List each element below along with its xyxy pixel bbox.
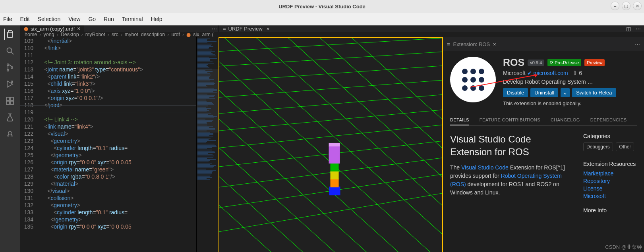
install-count: 6	[579, 70, 582, 76]
svg-point-40	[470, 69, 476, 74]
tab-preview-close-icon[interactable]: ×	[267, 26, 270, 32]
categories-heading: Categories	[583, 133, 637, 139]
uninstall-dropdown[interactable]: ⌄	[561, 88, 570, 97]
link-microsoft[interactable]: Microsoft	[583, 193, 637, 199]
tab-more-icon[interactable]: ⋯	[212, 26, 217, 32]
prerelease-badge[interactable]: ⟳ Pre-Release	[547, 59, 581, 66]
svg-point-47	[479, 85, 484, 91]
nav-features[interactable]: FEATURE CONTRIBUTIONS	[480, 115, 540, 125]
tab-editor-file[interactable]: ⬤ six_arm (copy).urdf ×	[20, 25, 84, 32]
menu-file[interactable]: File	[3, 16, 12, 22]
preview-badge: Preview	[584, 59, 605, 66]
ext-tab-label[interactable]: Extension: ROS	[453, 41, 490, 47]
crumb-desktop[interactable]: Desktop	[61, 32, 79, 37]
testing-icon[interactable]	[4, 112, 15, 123]
tab-close-icon[interactable]: ×	[77, 25, 80, 32]
split-editor-icon[interactable]: ◫	[626, 26, 631, 32]
svg-line-29	[219, 38, 363, 252]
svg-rect-7	[10, 101, 14, 104]
details-heading: Visual Studio Code Extension for ROS	[450, 133, 574, 159]
menu-edit[interactable]: Edit	[20, 16, 30, 22]
code-content[interactable]: </inertial> </link> <!-- Joint 3: rotati…	[38, 37, 196, 252]
crumb-myrobot[interactable]: myRobot	[85, 32, 105, 37]
extension-logo	[450, 57, 496, 102]
svg-rect-34	[330, 179, 338, 187]
svg-rect-37	[329, 146, 340, 164]
uninstall-button[interactable]: Uninstall	[530, 88, 558, 97]
crumb-pkg[interactable]: mybot_description	[125, 32, 165, 37]
link-repository[interactable]: Repository	[583, 178, 637, 184]
svg-point-39	[462, 69, 468, 74]
extension-tabbar: ≡ Extension: ROS × ⋯	[443, 37, 644, 51]
svg-line-26	[299, 38, 442, 252]
svg-point-9	[8, 131, 11, 134]
menu-terminal[interactable]: Terminal	[122, 16, 143, 22]
svg-rect-33	[329, 187, 340, 195]
publisher-name: Microsoft	[503, 70, 526, 76]
svg-point-46	[470, 85, 476, 91]
menu-view[interactable]: View	[68, 16, 80, 22]
ext-tab-icon: ≡	[447, 41, 450, 47]
vscode-link[interactable]: Visual Studio Code	[461, 164, 509, 171]
preview-list-icon: ≡	[223, 26, 226, 32]
crumb-src[interactable]: src	[112, 32, 118, 37]
category-debuggers[interactable]: Debuggers	[583, 142, 613, 151]
code-editor[interactable]: 109 110 111 112 113 114 115 116 117 118 …	[20, 37, 219, 252]
svg-line-32	[331, 38, 443, 252]
nav-details[interactable]: DETAILS	[450, 115, 469, 125]
ros-icon[interactable]	[4, 129, 15, 140]
menu-help[interactable]: Help	[151, 16, 162, 22]
publisher-link[interactable]: microsoft.com	[534, 70, 568, 76]
menu-selection[interactable]: Selection	[38, 16, 61, 22]
preview-more-icon[interactable]: ⋯	[636, 26, 641, 32]
svg-line-20	[219, 38, 442, 56]
svg-point-45	[462, 85, 468, 91]
version-badge: v0.9.4	[528, 60, 544, 66]
run-debug-icon[interactable]	[4, 79, 15, 90]
svg-point-41	[479, 69, 484, 74]
svg-rect-35	[330, 171, 338, 179]
maximize-icon[interactable]: ▢	[622, 2, 630, 10]
svg-point-0	[7, 48, 12, 53]
source-control-icon[interactable]	[4, 62, 15, 73]
svg-point-4	[11, 81, 13, 83]
svg-rect-8	[10, 97, 14, 100]
category-other[interactable]: Other	[616, 142, 634, 151]
enabled-note: This extension is enabled globally.	[503, 100, 637, 106]
extensions-icon[interactable]	[4, 95, 15, 106]
svg-line-25	[267, 38, 442, 252]
menu-go[interactable]: Go	[88, 16, 96, 22]
minimap[interactable]	[196, 37, 219, 252]
file-icon: ⬤	[186, 33, 191, 37]
svg-rect-38	[329, 143, 340, 146]
svg-line-27	[219, 38, 426, 252]
file-icon: ⬤	[24, 27, 28, 31]
crumb-file[interactable]: six_arm (	[193, 32, 213, 37]
switch-release-button[interactable]: Switch to Relea	[572, 88, 616, 97]
nav-dependencies[interactable]: DEPENDENCIES	[590, 115, 627, 125]
close-icon[interactable]: ✕	[633, 2, 642, 10]
crumb-home[interactable]: home	[25, 32, 37, 37]
ext-more-icon[interactable]: ⋯	[635, 41, 640, 47]
disable-button[interactable]: Disable	[503, 88, 528, 97]
breadcrumb[interactable]: home› yong› Desktop› myRobot› src› mybot…	[20, 32, 644, 37]
crumb-yong[interactable]: yong	[43, 32, 54, 37]
nav-changelog[interactable]: CHANGELOG	[551, 115, 580, 125]
svg-line-21	[219, 38, 442, 42]
details-paragraph: The Visual Studio Code Extension for ROS…	[450, 164, 574, 197]
install-count-icon: ⇩	[572, 70, 577, 76]
line-gutter: 109 110 111 112 113 114 115 116 117 118 …	[20, 37, 38, 252]
link-license[interactable]: License	[583, 185, 637, 192]
menubar: File Edit Selection View Go Run Terminal…	[0, 13, 644, 25]
svg-point-44	[479, 77, 484, 83]
crumb-urdf[interactable]: urdf	[171, 32, 180, 37]
explorer-icon[interactable]	[4, 29, 15, 40]
ext-tab-close-icon[interactable]: ×	[493, 41, 496, 47]
menu-run[interactable]: Run	[104, 16, 114, 22]
link-marketplace[interactable]: Marketplace	[583, 170, 637, 177]
search-icon[interactable]	[4, 45, 15, 56]
tab-label: six_arm (copy).urdf	[31, 26, 75, 32]
urdf-preview-viewport[interactable]	[219, 37, 443, 252]
svg-line-30	[219, 38, 331, 252]
minimize-icon[interactable]: –	[611, 2, 619, 10]
